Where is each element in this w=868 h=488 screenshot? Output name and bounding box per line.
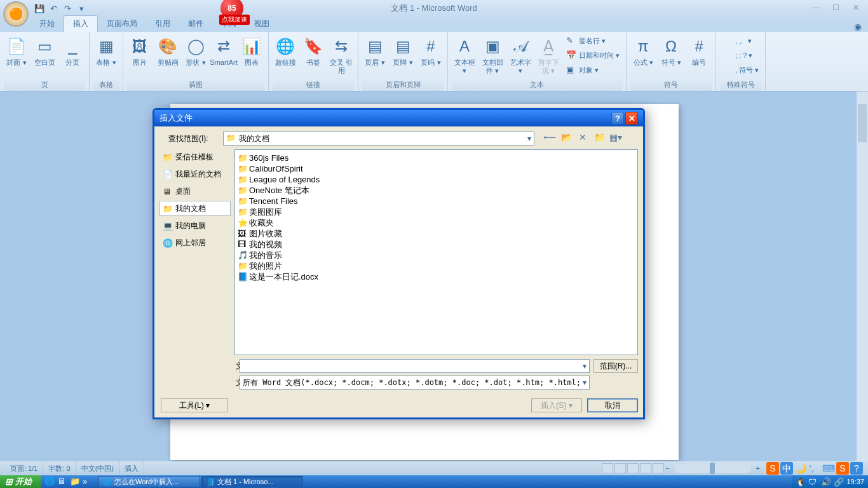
taskbar-task-browser[interactable]: 🌐 怎么在Word中插入... [98,476,200,487]
ribbon-button[interactable]: ⇆交叉 引用 [329,34,354,78]
ime-chinese-icon[interactable]: 中 [780,462,793,475]
ribbon-button[interactable]: ◯形状 ▾ [183,34,208,78]
file-item[interactable]: 🎵我的音乐 [238,250,635,261]
ql-more-icon[interactable]: » [83,477,94,487]
ime-moon-icon[interactable]: 🌙 [794,462,807,475]
start-button[interactable]: ⊞ 开始 [0,475,41,488]
ribbon-button[interactable]: A文本框 ▾ [452,34,477,78]
language[interactable]: 中文(中国) [76,461,119,475]
ribbon-button[interactable]: A̲首字下沉 ▾ [536,34,561,78]
ql-ie-icon[interactable]: 🌐 [44,477,56,487]
tray-shield-icon[interactable]: 🛡 [808,477,818,487]
ribbon-button[interactable]: ▤页脚 ▾ [390,34,416,78]
file-item[interactable]: 📁美图图库 [238,207,635,217]
file-item[interactable]: 📁League of Legends [238,174,635,185]
ribbon-small-button[interactable]: ▣对象 ▾ [564,63,622,77]
ribbon-small-button[interactable]: ✎签名行 ▾ [564,34,622,48]
tab-mail[interactable]: 邮件 [179,16,212,32]
file-item[interactable]: 📘这是一本日记.docx [238,271,635,282]
page-count[interactable]: 页面: 1/1 [5,461,43,475]
ribbon-button[interactable]: ▤页眉 ▾ [362,34,388,78]
file-item[interactable]: 📁我的照片 [238,261,635,271]
undo-icon[interactable]: ↶ [47,2,60,15]
vertical-scrollbar[interactable] [857,92,868,461]
ribbon-small-button[interactable]: ; : ? ▾ [720,48,761,62]
close-button[interactable]: ✕ [848,3,864,13]
places-item[interactable]: 🌐网上邻居 [159,235,231,250]
save-icon[interactable]: 💾 [33,2,46,15]
ribbon-button[interactable]: 🌐超链接 [273,34,298,78]
file-item[interactable]: 🖼图片收藏 [238,228,635,239]
places-item[interactable]: 💻我的电脑 [159,218,231,233]
ribbon-small-button[interactable]: , 符号 ▾ [720,63,761,77]
dialog-close-button[interactable]: ✕ [625,112,638,125]
file-item[interactable]: 📁CaliburOfSpirit [238,163,635,174]
ribbon-button[interactable]: Ω符号 ▾ [658,34,684,78]
tab-home[interactable]: 开始 [31,16,64,32]
help-icon[interactable]: ◉ [854,22,862,32]
insert-button[interactable]: 插入(S) ▾ [531,398,582,412]
ribbon-button[interactable]: ▣文档部件 ▾ [480,34,505,78]
ribbon-button[interactable]: ⎯分页 [60,34,85,78]
places-item[interactable]: 📁受信任模板 [159,149,231,165]
dialog-title-bar[interactable]: 插入文件 ? ✕ [154,110,643,126]
qat-dropdown-icon[interactable]: ▾ [75,2,88,15]
ql-desktop-icon[interactable]: 🖥 [57,477,69,487]
ime-punct-icon[interactable]: '。 [808,462,821,475]
insert-mode[interactable]: 插入 [119,461,144,475]
maximize-button[interactable]: ☐ [827,3,844,13]
tray-qq-icon[interactable]: 🐧 [796,477,806,487]
sogou-s2-icon[interactable]: S [836,462,849,475]
ime-help-icon[interactable]: ? [850,462,863,475]
ribbon-button[interactable]: 🖼图片 [127,34,153,78]
draft-view[interactable] [653,463,664,473]
ribbon-button[interactable]: 🔖书签 [301,34,326,78]
ime-keyboard-icon[interactable]: ⌨ [822,462,835,475]
delete-icon[interactable]: ✕ [576,132,589,145]
ribbon-button[interactable]: #编号 [686,34,712,78]
places-item[interactable]: 🖥桌面 [159,184,231,199]
accelerator-badge[interactable]: 85 点我加速 [216,0,248,22]
fullscreen-view[interactable] [614,463,626,473]
views-icon[interactable]: ▦▾ [609,132,622,145]
file-item[interactable]: 📁Tencent Files [238,196,635,207]
ribbon-button[interactable]: ⇄SmartArt [211,34,236,78]
filetype-combo[interactable]: 所有 Word 文档(*.docx; *.docm; *.dotx; *.dot… [240,376,590,390]
tray-network-icon[interactable]: 🔗 [834,477,844,487]
ribbon-small-button[interactable]: , 。 ▾ [720,34,761,48]
file-list[interactable]: 📁360js Files📁CaliburOfSpirit📁League of L… [234,149,638,355]
tab-insert[interactable]: 插入 [64,15,98,32]
ribbon-button[interactable]: π公式 ▾ [630,34,656,78]
new-folder-icon[interactable]: 📁 [593,132,606,145]
taskbar-task-word[interactable]: 📘 文档 1 - Microso... [201,476,303,487]
ribbon-button[interactable]: #页码 ▾ [418,34,444,78]
redo-icon[interactable]: ↷ [61,2,74,15]
tools-button[interactable]: 工具(L) ▾ [161,398,228,412]
range-button[interactable]: 范围(R)... [593,359,638,373]
ribbon-button[interactable]: 📄封面 ▾ [4,34,29,78]
zoom-slider[interactable] [675,464,751,473]
scroll-thumb[interactable] [858,104,867,142]
ribbon-button[interactable]: ▭空白页 [32,34,57,78]
office-button[interactable]: 🟠 [3,1,29,27]
up-folder-icon[interactable]: 📂 [560,132,573,145]
ribbon-small-button[interactable]: 📅日期和时间 ▾ [564,48,622,62]
clock[interactable]: 19:37 [846,478,864,485]
sogou-s-icon[interactable]: S [766,462,779,475]
ribbon-button[interactable]: ▦表格 ▾ [93,34,119,78]
print-layout-view[interactable] [602,463,613,473]
minimize-button[interactable]: — [807,3,824,13]
cancel-button[interactable]: 取消 [587,398,638,412]
zoom-plus[interactable]: + [756,464,760,472]
ribbon-button[interactable]: 𝒜艺术字 ▾ [508,34,533,78]
places-item[interactable]: 📁我的文档 [159,201,231,216]
ribbon-button[interactable]: 📊图表 [239,34,264,78]
lookin-combo[interactable]: 📁 我的文档 ▾ [223,132,534,146]
file-item[interactable]: ⭐收藏夹 [238,217,635,228]
ribbon-button[interactable]: 🎨剪贴画 [155,34,180,78]
back-icon[interactable]: ⟵ [543,132,556,145]
file-item[interactable]: 📁OneNote 笔记本 [238,185,635,196]
zoom-minus[interactable]: − [665,464,669,472]
web-layout-view[interactable] [627,463,639,473]
tab-references[interactable]: 引用 [146,16,179,32]
